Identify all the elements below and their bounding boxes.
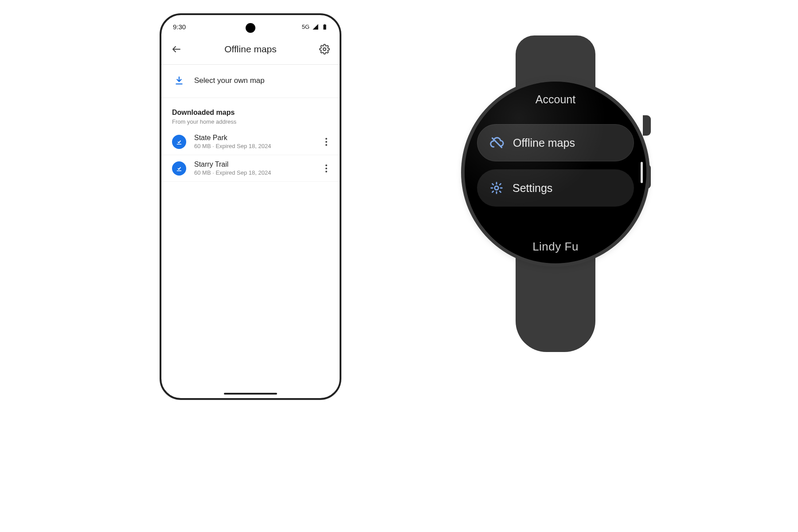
watch-item-label: Offline maps bbox=[513, 137, 575, 149]
watch-item-label: Settings bbox=[512, 182, 552, 195]
downloaded-maps-title: Downloaded maps bbox=[161, 98, 340, 118]
map-meta: 60 MB · Expired Sep 18, 2024 bbox=[194, 169, 313, 176]
map-meta: 60 MB · Expired Sep 18, 2024 bbox=[194, 143, 313, 149]
map-name: Starry Trail bbox=[194, 160, 313, 168]
select-own-map[interactable]: Select your own map bbox=[161, 65, 340, 98]
watch-frame: Account Offline maps Settings Lindy Fu bbox=[465, 82, 646, 263]
back-button[interactable] bbox=[170, 43, 183, 55]
phone-frame: 9:30 5G Offline maps Select your own map… bbox=[160, 13, 341, 400]
downloaded-maps-subtitle: From your home address bbox=[161, 118, 340, 129]
settings-button[interactable] bbox=[318, 43, 331, 55]
phone-camera-cutout bbox=[246, 23, 255, 33]
battery-icon bbox=[321, 23, 328, 30]
map-more-button[interactable] bbox=[321, 138, 332, 146]
watch-face: Account Offline maps Settings Lindy Fu bbox=[465, 82, 646, 263]
map-name: State Park bbox=[194, 134, 313, 142]
map-item[interactable]: State Park 60 MB · Expired Sep 18, 2024 bbox=[161, 129, 340, 155]
watch-item-offline-maps[interactable]: Offline maps bbox=[477, 124, 634, 161]
arrow-left-icon bbox=[171, 44, 182, 55]
svg-point-0 bbox=[323, 48, 326, 51]
map-more-button[interactable] bbox=[321, 164, 332, 172]
downloaded-check-icon bbox=[172, 161, 186, 176]
downloaded-check-icon bbox=[172, 135, 186, 149]
download-icon bbox=[174, 75, 184, 86]
cloud-off-icon bbox=[490, 136, 504, 150]
status-network: 5G bbox=[302, 23, 309, 30]
watch-item-settings[interactable]: Settings bbox=[477, 169, 634, 207]
appbar: Offline maps bbox=[161, 35, 340, 65]
watch-button-top[interactable] bbox=[643, 115, 651, 136]
gear-icon bbox=[489, 181, 504, 195]
signal-icon bbox=[312, 23, 319, 30]
select-own-map-label: Select your own map bbox=[194, 76, 265, 85]
svg-point-1 bbox=[495, 186, 499, 190]
watch-header: Account bbox=[465, 93, 646, 106]
page-title: Offline maps bbox=[183, 44, 318, 55]
watch-account-name[interactable]: Lindy Fu bbox=[465, 240, 646, 254]
map-item[interactable]: Starry Trail 60 MB · Expired Sep 18, 202… bbox=[161, 155, 340, 182]
status-right: 5G bbox=[302, 23, 328, 30]
gear-icon bbox=[319, 44, 330, 55]
status-time: 9:30 bbox=[173, 23, 186, 31]
home-indicator[interactable] bbox=[224, 393, 277, 395]
watch-scroll-indicator[interactable] bbox=[641, 162, 643, 183]
